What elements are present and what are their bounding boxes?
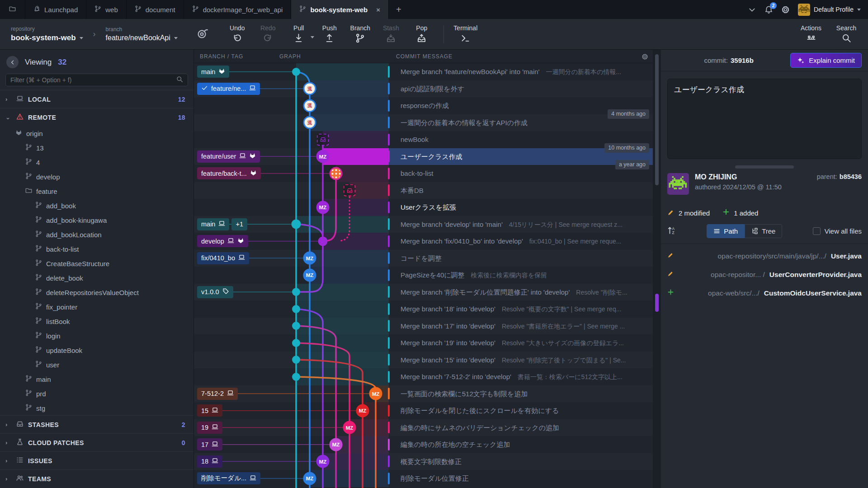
- search-button[interactable]: Search: [831, 24, 862, 44]
- redo-button[interactable]: Redo: [253, 24, 283, 44]
- chevron-icon[interactable]: ›: [5, 439, 12, 446]
- sidebar-item-delete-book[interactable]: delete_book: [0, 271, 193, 285]
- commit-node[interactable]: [344, 184, 356, 197]
- branch-label[interactable]: 削除モーダル...: [197, 472, 260, 484]
- commit-node[interactable]: [292, 373, 300, 381]
- branch-label[interactable]: fix/0410_bo: [197, 252, 249, 264]
- sidebar-item-13[interactable]: 13: [0, 141, 193, 155]
- parent-hash-line[interactable]: parent:b85436: [817, 173, 862, 195]
- commit-message[interactable]: PageSizeを40に調整検索後に検索欄内容を保留: [401, 267, 650, 284]
- commit-message[interactable]: 概要文字制限数修正: [401, 453, 650, 470]
- commit-message[interactable]: Userクラスを拡張: [401, 199, 650, 216]
- sidebar-section-local[interactable]: › LOCAL12: [0, 90, 193, 108]
- sidebar-item-deleterepositoriesvalueobject[interactable]: deleteRepositoriesValueObject: [0, 285, 193, 300]
- commit-message[interactable]: 編集の時にサムネのバリデーションチェックの追加: [401, 419, 650, 436]
- commit-node[interactable]: [318, 236, 328, 246]
- commit-node[interactable]: 流: [303, 116, 316, 129]
- sort-icon[interactable]: [667, 226, 676, 237]
- commit-message[interactable]: Merge branch '19' into 'develop'Resolve …: [401, 334, 650, 352]
- commit-message[interactable]: Merge branch '削除モーダル位置問題修正' into 'develo…: [401, 284, 650, 301]
- new-tab-button[interactable]: +: [389, 0, 409, 19]
- tab-book-system-web[interactable]: book-system-web×: [291, 0, 388, 19]
- commit-message[interactable]: 一覧画面の検索欄に512文字も制限を追加: [401, 385, 650, 403]
- sidebar-section-issues[interactable]: › ISSUES: [0, 451, 193, 469]
- commit-node[interactable]: MZ: [303, 472, 316, 485]
- commit-node[interactable]: MZ: [369, 387, 382, 400]
- hooks-icon[interactable]: [197, 28, 208, 41]
- sidebar-item-fix-pointer[interactable]: fix_pointer: [0, 300, 193, 314]
- sidebar-item-4[interactable]: 4: [0, 155, 193, 169]
- tab-web[interactable]: web: [86, 0, 127, 19]
- commit-node[interactable]: MZ: [356, 404, 369, 417]
- sidebar-item-updatebook[interactable]: updateBook: [0, 343, 193, 357]
- tab-document[interactable]: document: [127, 0, 184, 19]
- commit-node[interactable]: [292, 68, 300, 76]
- branch-label[interactable]: 7-512-2: [197, 388, 238, 400]
- sidebar-item-add-booklocation[interactable]: add_bookLocation: [0, 227, 193, 242]
- view-all-checkbox[interactable]: [813, 227, 821, 235]
- actions-button[interactable]: Actions: [796, 24, 826, 44]
- tab-dockerimage-for-web-api[interactable]: dockerImage_for_web_api: [184, 0, 292, 19]
- sidebar-item-add-book[interactable]: add_book: [0, 198, 193, 213]
- commit-node[interactable]: [317, 133, 329, 145]
- sidebar-item-login[interactable]: login: [0, 328, 193, 343]
- branch-label[interactable]: 17: [197, 438, 222, 450]
- commit-message[interactable]: Merge branch '15' into 'develop'Resolve …: [401, 352, 650, 369]
- file-row[interactable]: opac-repositor... /UserConverterProvider…: [667, 265, 862, 284]
- chevron-icon[interactable]: ›: [5, 475, 12, 482]
- commit-message[interactable]: 削除モーダル位置修正: [401, 470, 650, 487]
- file-row[interactable]: opac-web/src/.../CustomOidcUserService.j…: [667, 284, 862, 302]
- branch-label[interactable]: feature/ne...: [197, 83, 260, 95]
- tab-repo-folder[interactable]: [0, 0, 25, 19]
- commit-node[interactable]: 流: [303, 82, 316, 95]
- view-all-files-toggle[interactable]: View all files: [813, 227, 862, 235]
- pop-button[interactable]: Pop: [406, 24, 437, 44]
- commit-node[interactable]: MZ: [316, 201, 330, 214]
- branch-label[interactable]: develop: [197, 235, 248, 247]
- chevron-icon[interactable]: ⌄: [5, 114, 12, 121]
- commit-message[interactable]: apiの認証制限を外す: [401, 80, 650, 98]
- chevron-icon[interactable]: ›: [5, 96, 12, 103]
- profile-menu[interactable]: Default Profile: [798, 4, 861, 16]
- chevron-icon[interactable]: ›: [5, 421, 12, 428]
- repository-selector[interactable]: repository book-system-web: [11, 26, 83, 42]
- sidebar-item-listbook[interactable]: listBook: [0, 314, 193, 328]
- undo-button[interactable]: Undo: [222, 24, 253, 44]
- commit-message[interactable]: Merge branch '17' into 'develop'Resolve …: [401, 318, 650, 335]
- sidebar-item-main[interactable]: main: [0, 372, 193, 386]
- back-button[interactable]: [6, 56, 19, 68]
- sidebar-item-createbasestructure[interactable]: CreateBaseStructure: [0, 256, 193, 271]
- branch-label[interactable]: 18: [197, 455, 222, 468]
- file-row[interactable]: opac-repository/src/main/java/jp/.../Use…: [667, 247, 862, 265]
- tab-launchpad[interactable]: Launchpad: [25, 0, 86, 19]
- commit-node[interactable]: MZ: [316, 455, 330, 468]
- commit-message[interactable]: 削除モーダルを閉じた後にスクロールを有効にする: [401, 402, 650, 419]
- sidebar-section-stashes[interactable]: › STASHES2: [0, 415, 193, 433]
- commit-message[interactable]: Merge branch '18' into 'develop'Resolve …: [401, 300, 650, 318]
- pull-dropdown-caret[interactable]: [311, 36, 314, 38]
- commit-message[interactable]: Merge branch 'fix/0410_bo' into 'develop…: [401, 233, 650, 250]
- branch-label[interactable]: 15: [197, 404, 222, 417]
- stash-button[interactable]: Stash: [376, 24, 406, 44]
- branch-label[interactable]: main+1: [197, 218, 247, 230]
- commit-node[interactable]: [292, 220, 301, 229]
- commit-message[interactable]: back-to-list: [401, 165, 650, 182]
- commit-node[interactable]: MZ: [330, 438, 343, 451]
- commit-node[interactable]: [292, 356, 300, 364]
- commit-node[interactable]: MZ: [316, 150, 330, 163]
- push-button[interactable]: Push: [314, 24, 345, 44]
- branch-label[interactable]: 19: [197, 422, 222, 434]
- sidebar-item-stg[interactable]: stg: [0, 401, 193, 415]
- chevron-down-icon[interactable]: [748, 5, 756, 14]
- commit-node[interactable]: [292, 288, 300, 296]
- graph-settings-gear-icon[interactable]: [642, 53, 648, 61]
- close-tab-icon[interactable]: ×: [376, 6, 380, 14]
- sidebar-item-feature[interactable]: feature: [0, 184, 193, 198]
- scrollbar-thumb[interactable]: [655, 54, 659, 185]
- notifications-bell-icon[interactable]: 2: [764, 5, 773, 14]
- sidebar-item-develop[interactable]: develop: [0, 169, 193, 184]
- commit-node[interactable]: [292, 322, 300, 330]
- sidebar-item-back-to-list[interactable]: back-to-list: [0, 242, 193, 256]
- commit-node[interactable]: MZ: [343, 421, 356, 434]
- sidebar-item-prd[interactable]: prd: [0, 386, 193, 401]
